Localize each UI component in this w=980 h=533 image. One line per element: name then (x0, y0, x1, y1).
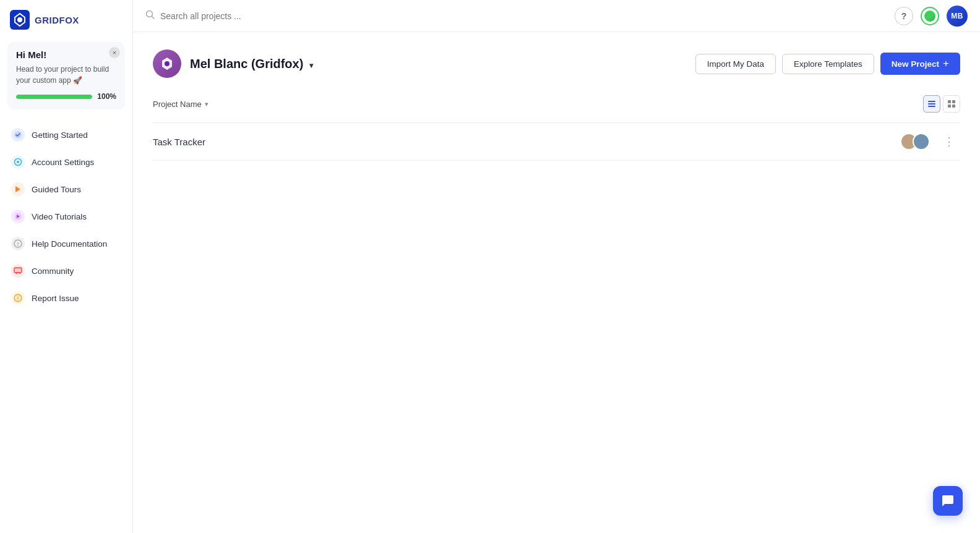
sidebar-item-community[interactable]: Community (0, 258, 132, 284)
sidebar-item-label-video-tutorials: Video Tutorials (32, 212, 87, 221)
progress-bar-background (16, 95, 92, 99)
header-right: ? MB (895, 6, 968, 27)
greeting-close-button[interactable]: × (109, 47, 120, 58)
sidebar-item-report-issue[interactable]: ! Report Issue (0, 285, 132, 311)
user-name: Mel Blanc (Gridfox) ▾ (190, 57, 313, 71)
svg-point-4 (17, 161, 19, 163)
report-issue-icon: ! (11, 291, 25, 305)
sidebar-item-guided-tours[interactable]: Guided Tours (0, 176, 132, 202)
greeting-subtitle: Head to your project to build your custo… (16, 64, 116, 86)
sidebar-item-label-guided-tours: Guided Tours (32, 185, 81, 194)
sidebar-item-video-tutorials[interactable]: Video Tutorials (0, 203, 132, 229)
content-area: Mel Blanc (Gridfox) ▾ Import My Data Exp… (133, 32, 980, 533)
sidebar-item-help-documentation[interactable]: ? Help Documentation (0, 231, 132, 257)
plus-icon: + (943, 58, 949, 70)
sidebar-item-label-report-issue: Report Issue (32, 294, 79, 303)
svg-point-17 (165, 61, 170, 66)
grid-view-button[interactable] (943, 95, 960, 113)
account-settings-icon (11, 155, 25, 169)
svg-rect-21 (948, 100, 951, 103)
sidebar-item-label-account-settings: Account Settings (32, 158, 94, 167)
svg-rect-18 (928, 101, 935, 102)
sidebar-navigation: Getting Started Account Settings Guided … (0, 117, 132, 316)
project-avatars (900, 133, 930, 150)
getting-started-icon (11, 128, 25, 142)
status-indicator[interactable] (921, 7, 939, 25)
logo-area: GRIDFOX (0, 0, 132, 37)
status-circle-inner (924, 11, 935, 22)
svg-rect-24 (952, 104, 955, 108)
svg-rect-10 (14, 268, 22, 273)
progress-label: 100% (97, 92, 116, 101)
guided-tours-icon (11, 182, 25, 196)
gridfox-logo-icon (10, 10, 30, 30)
project-name: Task Tracker (153, 137, 900, 147)
explore-templates-button[interactable]: Explore Templates (782, 54, 874, 74)
search-icon (145, 10, 155, 22)
help-button[interactable]: ? (895, 7, 913, 25)
user-avatar-button[interactable]: MB (947, 6, 968, 27)
user-bar: Mel Blanc (Gridfox) ▾ Import My Data Exp… (153, 49, 960, 78)
sidebar: GRIDFOX × Hi Mel! Head to your project t… (0, 0, 133, 533)
svg-rect-22 (952, 100, 955, 103)
svg-text:?: ? (17, 241, 20, 247)
community-icon (11, 264, 25, 278)
search-input[interactable] (160, 11, 442, 21)
user-dropdown-arrow[interactable]: ▾ (309, 61, 313, 70)
greeting-box: × Hi Mel! Head to your project to build … (7, 42, 125, 109)
help-documentation-icon: ? (11, 237, 25, 250)
sort-chevron-icon: ▾ (205, 100, 208, 108)
progress-container: 100% (16, 92, 116, 101)
svg-rect-20 (928, 106, 935, 107)
svg-point-1 (17, 17, 22, 22)
list-view-button[interactable] (923, 95, 940, 113)
svg-marker-5 (15, 186, 20, 192)
project-more-menu-button[interactable]: ⋮ (939, 134, 960, 150)
project-avatar-2 (913, 133, 930, 150)
search-bar (145, 10, 442, 22)
new-project-button[interactable]: New Project + (880, 53, 960, 75)
svg-text:!: ! (17, 296, 19, 302)
sidebar-item-label-community: Community (32, 266, 74, 276)
content-inner: Mel Blanc (Gridfox) ▾ Import My Data Exp… (133, 32, 980, 178)
chat-fab-button[interactable] (933, 486, 963, 516)
user-bar-actions: Import My Data Explore Templates New Pro… (695, 53, 960, 75)
sidebar-item-label-help-documentation: Help Documentation (32, 239, 107, 249)
svg-rect-23 (948, 104, 951, 108)
sidebar-item-getting-started[interactable]: Getting Started (0, 122, 132, 148)
sort-button[interactable]: Project Name ▾ (153, 97, 208, 111)
import-data-button[interactable]: Import My Data (695, 54, 776, 74)
progress-bar-fill (16, 95, 92, 99)
video-tutorials-icon (11, 210, 25, 223)
main-area: ? MB Mel Blanc (Gridfox) ▾ (133, 0, 980, 533)
list-controls: Project Name ▾ (153, 95, 960, 113)
user-avatar-large (153, 49, 181, 78)
header: ? MB (133, 0, 980, 32)
sidebar-item-account-settings[interactable]: Account Settings (0, 149, 132, 175)
table-row[interactable]: Task Tracker ⋮ (153, 123, 960, 161)
svg-rect-19 (928, 103, 935, 104)
view-toggles (923, 95, 960, 113)
sidebar-item-label-getting-started: Getting Started (32, 130, 88, 140)
greeting-title: Hi Mel! (16, 49, 116, 60)
app-name: GRIDFOX (35, 15, 79, 25)
